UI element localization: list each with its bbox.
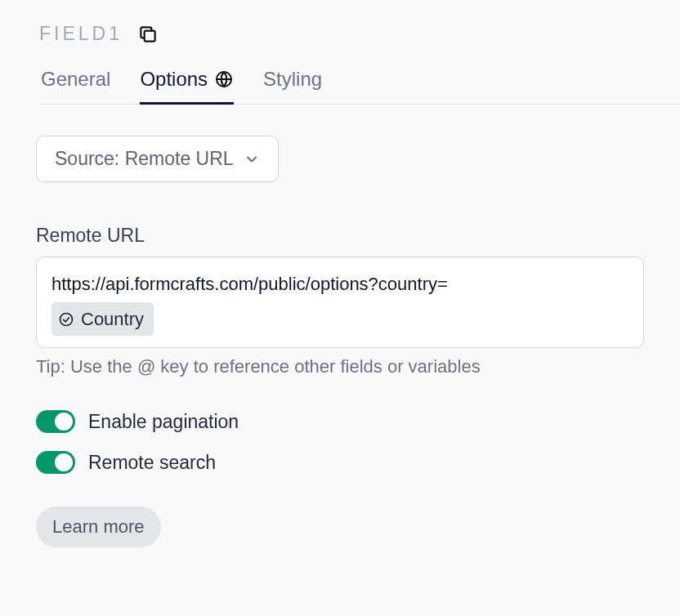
tab-general[interactable]: General — [41, 68, 110, 105]
remote-url-value: https://api.formcrafts.com/public/option… — [51, 274, 448, 294]
copy-icon[interactable] — [137, 24, 159, 45]
chevron-down-icon — [244, 151, 260, 167]
tabs: General Options Styling — [39, 68, 680, 105]
remote-url-input[interactable]: https://api.formcrafts.com/public/option… — [36, 257, 644, 348]
tab-options[interactable]: Options — [140, 68, 234, 105]
tab-options-label: Options — [140, 68, 208, 91]
source-dropdown[interactable]: Source: Remote URL — [36, 136, 279, 182]
chip-label: Country — [81, 306, 144, 333]
learn-more-button[interactable]: Learn more — [36, 507, 161, 547]
field-id: FIELD1 — [39, 23, 123, 45]
toggle-remote-search-label: Remote search — [88, 452, 216, 474]
remote-url-label: Remote URL — [36, 225, 644, 247]
source-dropdown-label: Source: Remote URL — [55, 148, 234, 170]
toggle-remote-search[interactable] — [36, 451, 75, 474]
toggle-pagination-label: Enable pagination — [88, 411, 239, 433]
globe-icon — [214, 69, 234, 89]
svg-rect-0 — [145, 30, 155, 41]
remote-url-tip: Tip: Use the @ key to reference other fi… — [36, 356, 644, 377]
tab-styling[interactable]: Styling — [263, 68, 322, 105]
svg-point-3 — [60, 313, 73, 325]
check-circle-icon — [58, 311, 74, 328]
toggle-pagination[interactable] — [36, 410, 75, 433]
field-reference-chip[interactable]: Country — [51, 302, 154, 336]
